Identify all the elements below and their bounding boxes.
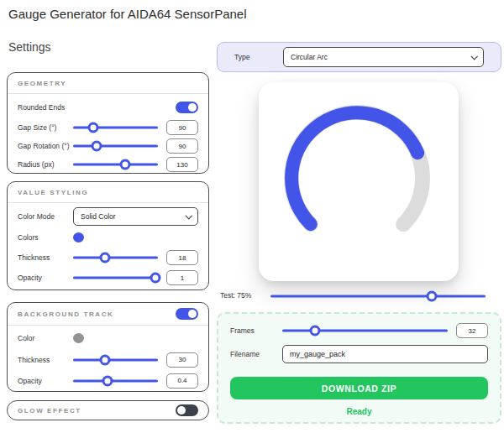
frames-row: Frames 32 [230, 321, 488, 340]
value-thickness-slider-thumb[interactable] [100, 253, 111, 263]
track-opacity-row: Opacity 0.4 [8, 370, 208, 391]
color-mode-select[interactable]: Solid Color [73, 207, 198, 226]
glow-effect-panel: GLOW EFFECT [7, 400, 209, 420]
colors-label: Colors [18, 233, 73, 242]
frames-slider-thumb[interactable] [310, 326, 321, 336]
gap-size-label: Gap Size (°) [18, 123, 73, 132]
value-styling-panel: VALUE STYLING Color Mode Solid Color Col… [7, 181, 209, 290]
color-mode-selected: Solid Color [81, 212, 116, 221]
radius-label: Radius (px) [18, 160, 73, 169]
type-select[interactable]: Circular Arc [283, 47, 484, 67]
chevron-down-icon [185, 212, 192, 219]
chevron-down-icon [470, 53, 477, 60]
gap-rotation-slider[interactable] [73, 140, 158, 152]
track-thickness-slider[interactable] [73, 354, 158, 366]
settings-heading: Settings [8, 40, 51, 54]
geometry-panel: GEOMETRY Rounded Ends Gap Size (°) 90 Ga… [7, 72, 209, 174]
gauge-value-arc [291, 112, 417, 224]
radius-value[interactable]: 130 [166, 157, 198, 172]
radius-slider[interactable] [73, 159, 158, 170]
background-track-panel-title: BACKGROUND TRACK [18, 310, 113, 318]
value-thickness-label: Thickness [18, 253, 73, 262]
radius-row: Radius (px) 130 [8, 155, 208, 174]
type-selected: Circular Arc [291, 53, 328, 61]
rounded-ends-row: Rounded Ends [8, 97, 208, 118]
value-styling-panel-title: VALUE STYLING [18, 189, 88, 196]
glow-effect-panel-title: GLOW EFFECT [18, 407, 81, 415]
export-panel: Frames 32 Filename DOWNLOAD ZIP Ready [217, 312, 501, 424]
gap-rotation-row: Gap Rotation (°) 90 [8, 137, 208, 155]
track-opacity-slider[interactable] [73, 375, 158, 387]
page-title: Gauge Generator for AIDA64 SensorPanel [8, 7, 247, 21]
track-thickness-label: Thickness [18, 356, 73, 364]
type-label: Type [234, 53, 283, 61]
test-value-label: Test: 75% [220, 291, 251, 300]
background-track-panel: BACKGROUND TRACK Color Thickness 30 Opac… [7, 302, 209, 392]
filename-row: Filename [230, 344, 488, 364]
gap-size-slider-thumb[interactable] [88, 123, 99, 133]
status-text: Ready [230, 407, 488, 416]
gap-rotation-value[interactable]: 90 [166, 138, 198, 154]
gap-rotation-slider-thumb[interactable] [92, 141, 102, 152]
glow-effect-panel-header: GLOW EFFECT [8, 401, 208, 420]
value-thickness-row: Thickness 18 [8, 248, 208, 268]
download-zip-button[interactable]: DOWNLOAD ZIP [230, 377, 488, 399]
value-thickness-slider[interactable] [73, 252, 158, 263]
color-mode-label: Color Mode [18, 212, 73, 221]
gap-size-row: Gap Size (°) 90 [8, 118, 208, 137]
frames-value[interactable]: 32 [456, 323, 488, 338]
value-opacity-label: Opacity [18, 274, 73, 282]
geometry-panel-title: GEOMETRY [18, 80, 66, 87]
type-bar: Type Circular Arc [217, 42, 501, 72]
gauge-arc [259, 82, 459, 281]
filename-label: Filename [230, 350, 282, 358]
value-styling-panel-header: VALUE STYLING [8, 182, 208, 203]
rounded-ends-toggle[interactable] [176, 102, 198, 113]
test-slider-thumb[interactable] [427, 291, 438, 302]
track-color-label: Color [18, 334, 73, 342]
gap-rotation-label: Gap Rotation (°) [18, 142, 73, 150]
background-track-toggle[interactable] [176, 308, 198, 320]
track-color-row: Color [8, 327, 208, 349]
track-thickness-row: Thickness 30 [8, 349, 208, 370]
test-slider[interactable] [270, 290, 486, 302]
track-thickness-value[interactable]: 30 [166, 352, 198, 368]
track-opacity-slider-thumb[interactable] [102, 375, 113, 386]
glow-effect-toggle[interactable] [176, 404, 198, 416]
filename-input[interactable] [282, 345, 488, 363]
gap-size-slider[interactable] [73, 122, 158, 133]
geometry-panel-header: GEOMETRY [8, 73, 208, 94]
frames-slider[interactable] [282, 325, 448, 336]
value-opacity-value[interactable]: 1 [166, 270, 198, 285]
value-thickness-value[interactable]: 18 [166, 250, 198, 265]
value-opacity-slider[interactable] [73, 272, 158, 284]
value-opacity-slider-thumb[interactable] [150, 273, 160, 284]
radius-slider-thumb[interactable] [119, 159, 130, 170]
frames-label: Frames [230, 326, 282, 335]
rounded-ends-label: Rounded Ends [18, 103, 65, 112]
gauge-preview-card [259, 82, 459, 281]
value-opacity-row: Opacity 1 [8, 268, 208, 288]
track-color-swatch[interactable] [73, 333, 84, 343]
color-mode-row: Color Mode Solid Color [8, 206, 208, 227]
track-opacity-label: Opacity [18, 377, 73, 385]
track-thickness-slider-thumb[interactable] [100, 354, 111, 365]
gap-size-value[interactable]: 90 [166, 120, 198, 135]
value-color-swatch[interactable] [73, 232, 84, 243]
background-track-panel-header: BACKGROUND TRACK [8, 303, 208, 326]
colors-row: Colors [8, 227, 208, 248]
track-opacity-value[interactable]: 0.4 [166, 373, 198, 389]
